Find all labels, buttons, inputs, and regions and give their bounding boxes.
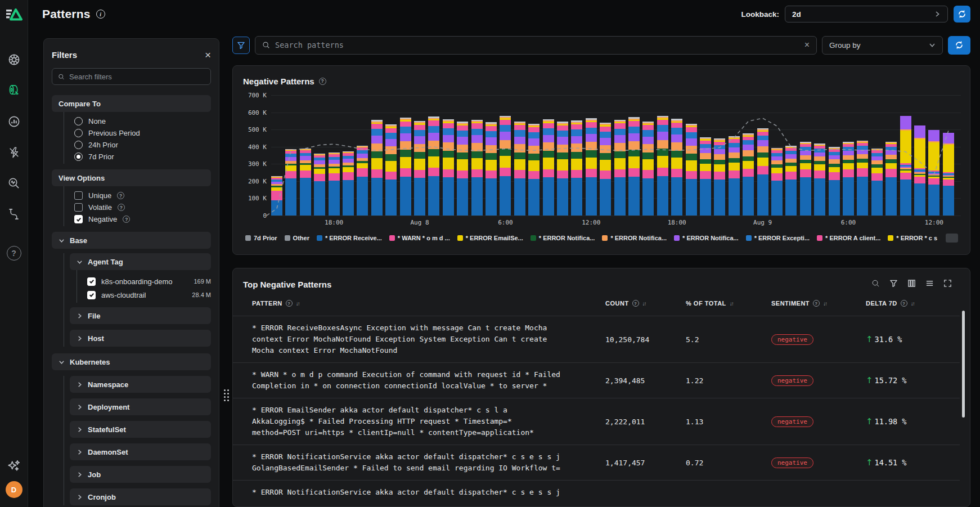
help-icon[interactable]: ? [0,237,28,268]
panel-resize-handle[interactable] [224,389,230,411]
negative-patterns-chart: 0100 K200 K300 K400 K500 K600 K700 K 18:… [243,95,960,227]
info-icon[interactable]: i [96,10,105,19]
legend-item[interactable]: * ERROR EmailSe... [457,235,523,241]
cronjob-section[interactable]: Cronjob [70,488,211,505]
help-icon[interactable]: ? [117,192,124,199]
legend-item[interactable]: Other [285,235,309,241]
help-icon[interactable]: ? [123,216,130,223]
agent-tag-k8s-onboarding-demo[interactable]: k8s-onboarding-demo 169 M [87,275,211,288]
pattern-search-input[interactable] [275,41,799,50]
user-avatar[interactable]: D [6,481,23,498]
statefulset-section[interactable]: StatefulSet [70,421,211,438]
filters-search[interactable] [52,68,211,85]
help-icon[interactable]: ? [286,300,293,307]
sentiment-badge: negative [771,416,813,427]
compare-to-header: Compare To [52,95,211,112]
daemonset-section[interactable]: DaemonSet [70,443,211,460]
refresh-patterns-button[interactable] [948,36,970,55]
metrics-icon[interactable] [0,106,28,137]
table-row[interactable]: * ERROR NotificationService akka actor d… [233,445,960,481]
table-columns-icon[interactable] [907,279,916,290]
checkbox-negative[interactable]: Negative? [74,213,211,225]
table-row[interactable]: * ERROR ReceiveBoxesAsync Exception with… [233,316,960,363]
table-row[interactable]: * ERROR NotificationService akka actor d… [233,481,960,504]
events-icon[interactable] [0,137,28,168]
ai-sparkle-icon[interactable] [0,450,28,481]
legend-item[interactable]: * ERROR * c s [888,235,937,241]
clear-search-icon[interactable]: × [804,40,810,50]
pct-cell: 0.72 [686,459,771,467]
table-row[interactable]: * ERROR EmailSender akka actor default d… [233,398,960,445]
column-header-count[interactable]: COUNT?↓↑ [605,300,686,307]
checkbox-volatile[interactable]: Volatile? [74,201,211,213]
job-section[interactable]: Job [70,466,211,483]
sentiment-cell: negative [771,416,866,427]
radio-24h-prior[interactable]: 24h Prior [74,139,211,151]
view-options-header: View Options [52,169,211,186]
funnel-icon [237,41,245,50]
legend-item[interactable]: * ERROR Notifica... [531,235,595,241]
sort-icon[interactable]: ↓↑ [296,300,299,307]
help-icon[interactable]: ? [813,300,820,307]
sort-icon[interactable]: ↓↑ [642,300,646,307]
log-search-icon[interactable] [0,168,28,199]
filter-toggle-button[interactable] [232,37,250,54]
legend-overflow[interactable] [946,234,958,243]
table-density-icon[interactable] [925,279,934,290]
kubernetes-icon[interactable] [0,44,28,75]
table-expand-icon[interactable] [943,279,952,290]
sentiment-cell: negative [771,334,866,345]
column-header-pattern[interactable]: PATTERN?↓↑ [252,300,605,307]
radio-7d-prior[interactable]: 7d Prior [74,151,211,163]
table-row[interactable]: * WARN * o m d p command Execution of co… [233,363,960,398]
column-header-pct-of-total[interactable]: % OF TOTAL↓↑ [686,300,771,307]
checkbox-unique[interactable]: Unique? [74,190,211,201]
file-section[interactable]: File [70,307,211,324]
table-scrollbar[interactable] [962,311,965,418]
refresh-button[interactable] [954,6,970,23]
table-search-icon[interactable] [871,279,880,290]
base-section[interactable]: Base [52,232,211,249]
group-by-select[interactable]: Group by [822,36,943,55]
pattern-search[interactable]: × [255,36,817,55]
pct-cell: 1.13 [686,418,771,426]
legend-item[interactable]: * ERROR Notifica... [602,235,667,241]
filters-search-input[interactable] [69,73,205,81]
help-icon[interactable]: ? [319,78,326,85]
chevron-right-icon [77,335,83,342]
table-filter-icon[interactable] [889,279,898,290]
close-icon[interactable]: × [205,50,211,60]
search-icon [262,41,270,49]
logs-icon[interactable] [0,75,28,106]
help-icon[interactable]: ? [632,300,639,307]
column-header-sentiment[interactable]: SENTIMENT?↓↑ [771,300,866,307]
lookback-select[interactable]: 2d [785,6,948,23]
chart-plot[interactable] [271,95,961,216]
help-icon[interactable]: ? [118,204,125,211]
namespace-section[interactable]: Namespace [70,376,211,393]
sort-icon[interactable]: ↓↑ [911,300,914,307]
legend-item[interactable]: 7d Prior [245,235,277,241]
help-icon[interactable]: ? [901,300,907,307]
sentiment-cell: negative [771,457,866,468]
deployment-section[interactable]: Deployment [70,398,211,415]
kubernetes-section[interactable]: Kubernetes [52,353,211,370]
delta-cell: ↑14.51 % [866,457,960,468]
legend-item[interactable]: * WARN * o m d ... [389,235,450,241]
sort-icon[interactable]: ↓↑ [730,300,733,307]
radio-none[interactable]: None [74,115,211,127]
edge-delta-logo[interactable] [0,0,28,28]
host-section[interactable]: Host [70,330,211,347]
tag-count: 169 M [194,278,211,285]
chevron-right-icon [934,11,941,17]
column-header-delta-7d[interactable]: DELTA 7D?↓↑ [866,300,960,307]
pipelines-icon[interactable] [0,199,28,230]
agent-tag-aws-cloudtrail[interactable]: aws-cloudtrail 28.4 M [87,288,211,302]
agent-tag-section[interactable]: Agent Tag [70,253,211,270]
legend-item[interactable]: * ERROR Receive... [317,235,382,241]
radio-previous-period[interactable]: Previous Period [74,127,211,139]
legend-item[interactable]: * ERROR Notifica... [674,235,739,241]
legend-item[interactable]: * ERROR A client... [817,235,880,241]
sort-icon[interactable]: ↓↑ [823,300,826,307]
legend-item[interactable]: * ERROR Excepti... [746,235,810,241]
